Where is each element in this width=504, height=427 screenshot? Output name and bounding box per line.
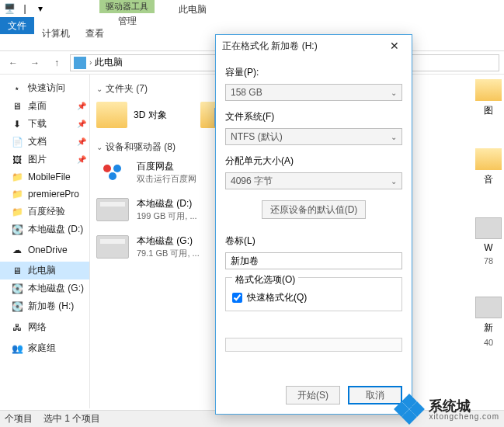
sidebar-item-label: 此电脑 [28, 264, 56, 277]
file-tab[interactable]: 文件 [0, 17, 34, 34]
dialog-footer: 开始(S) 取消 [216, 380, 412, 414]
nav-back-icon[interactable]: ← [5, 54, 22, 71]
sidebar-this-pc[interactable]: 🖥此电脑 [0, 262, 89, 279]
drive-new-partial[interactable]: 新40 [475, 297, 502, 347]
sidebar-item-label: 下载 [28, 117, 47, 130]
volume-label-input[interactable] [225, 252, 402, 269]
label: 图 [484, 104, 493, 117]
folder-icon [475, 148, 502, 170]
download-icon: ⬇ [11, 118, 23, 130]
chevron-down-icon: ⌄ [96, 85, 103, 93]
format-options-group: 格式化选项(O) 快速格式化(Q) [225, 277, 402, 311]
qat-separator: | [19, 2, 31, 15]
tab-manage[interactable]: 管理 [110, 13, 144, 30]
nav-up-icon[interactable]: ↑ [48, 54, 65, 71]
title-bar: 🖥️ | ▾ [0, 0, 504, 17]
folder-icon [96, 102, 127, 128]
capacity-label: 容量(P): [225, 66, 402, 79]
sidebar-item-documents[interactable]: 📄文档📌 [0, 133, 89, 151]
sidebar-item-drive-d[interactable]: 💽本地磁盘 (D:) [0, 220, 89, 238]
sidebar-item-downloads[interactable]: ⬇下载📌 [0, 115, 89, 133]
folder-icon: 📁 [11, 171, 23, 183]
chevron-down-icon: ⌄ [391, 177, 397, 186]
chevron-down-icon: ⌄ [391, 89, 397, 97]
label: 音 [484, 173, 493, 186]
capacity-select[interactable]: 158 GB⌄ [225, 84, 402, 101]
pin-icon: 📌 [77, 120, 86, 128]
sidebar-network[interactable]: 🖧网络 [0, 318, 89, 336]
sidebar-item-label: 桌面 [28, 99, 47, 113]
sidebar-item-baidu-exp[interactable]: 📁百度经验 [0, 203, 89, 220]
chevron-down-icon: ⌄ [391, 133, 397, 141]
svg-point-1 [113, 165, 121, 172]
drive-icon [475, 297, 502, 318]
section-title: 文件夹 (7) [106, 82, 148, 95]
device-label: 百度网盘 [137, 160, 196, 173]
device-sub: 双击运行百度网 [137, 173, 196, 185]
nav-forward-icon[interactable]: → [26, 54, 43, 71]
watermark-logo: 系统城 xitongcheng.com [396, 396, 499, 424]
section-title: 设备和驱动器 (8) [106, 141, 176, 154]
cancel-button[interactable]: 取消 [348, 386, 402, 404]
sidebar-item-drive-h[interactable]: 💽新加卷 (H:) [0, 297, 89, 315]
context-tab-group: 驱动器工具 [99, 0, 155, 13]
close-button[interactable]: ✕ [384, 35, 405, 57]
chevron-right-icon: › [89, 58, 92, 67]
tab-computer[interactable]: 计算机 [34, 27, 78, 40]
sidebar-item-mobilefile[interactable]: 📁MobileFile [0, 168, 89, 186]
pc-icon: 🖥 [11, 265, 23, 277]
nav-sidebar: ⋆ 快速访问 🖥桌面📌 ⬇下载📌 📄文档📌 🖼图片📌 📁MobileFile 📁… [0, 75, 90, 408]
sidebar-item-desktop[interactable]: 🖥桌面📌 [0, 97, 89, 115]
pin-icon: 📌 [77, 155, 86, 164]
status-items: 个项目 [5, 412, 33, 425]
quick-format-checkbox[interactable]: 快速格式化(Q) [232, 291, 395, 304]
pc-icon: 🖥️ [3, 2, 16, 15]
window-title: 此电脑 [179, 3, 207, 16]
sidebar-item-premierepro[interactable]: 📁premierePro [0, 186, 89, 203]
pin-icon: 📌 [77, 137, 86, 146]
status-selection: 选中 1 个项目 [43, 412, 100, 425]
right-strip: 图 音 W78 新40 [473, 75, 504, 408]
sidebar-item-pictures[interactable]: 🖼图片📌 [0, 151, 89, 168]
logo-text: 系统城 [429, 399, 499, 413]
format-progress-bar [225, 338, 402, 352]
qat-dropdown-icon[interactable]: ▾ [34, 2, 47, 15]
drive-icon: 💽 [11, 224, 23, 236]
filesystem-label: 文件系统(F) [225, 110, 402, 123]
sidebar-quick-access[interactable]: ⋆ 快速访问 [0, 79, 89, 97]
logo-url: xitongcheng.com [429, 413, 499, 421]
quick-format-label: 快速格式化(Q) [247, 291, 307, 304]
drive-icon: 💽 [11, 283, 23, 295]
drive-icon [475, 217, 502, 239]
label: 新 [484, 321, 493, 335]
sidebar-onedrive[interactable]: ☁OneDrive [0, 241, 89, 259]
dialog-titlebar: 正在格式化 新加卷 (H:) ✕ [216, 35, 412, 57]
logo-icon [396, 396, 424, 424]
allocation-select[interactable]: 4096 字节⌄ [225, 172, 402, 189]
drive-sub: 199 GB 可用, ... [137, 210, 197, 222]
start-button[interactable]: 开始(S) [286, 386, 340, 404]
drive-windows-partial[interactable]: W78 [475, 217, 502, 266]
sidebar-homegroup[interactable]: 👥家庭组 [0, 339, 89, 357]
folder-3d-objects[interactable]: 3D 对象 [96, 102, 182, 128]
format-dialog: 正在格式化 新加卷 (H:) ✕ 容量(P): 158 GB⌄ 文件系统(F) … [215, 34, 412, 415]
format-options-title: 格式化选项(O) [232, 273, 298, 286]
chevron-down-icon: ⌄ [96, 143, 103, 151]
drive-icon [96, 198, 129, 221]
sidebar-item-label: 新加卷 (H:) [28, 300, 74, 313]
filesystem-select[interactable]: NTFS (默认)⌄ [225, 128, 402, 145]
quick-format-input[interactable] [232, 293, 242, 303]
folder-pictures-partial[interactable]: 图 [475, 79, 502, 117]
drive-sub: 79.1 GB 可用, ... [137, 248, 200, 259]
pc-icon [74, 57, 86, 69]
sidebar-item-label: 本地磁盘 (D:) [28, 223, 83, 236]
homegroup-icon: 👥 [11, 342, 23, 355]
sidebar-item-label: MobileFile [28, 172, 71, 182]
sidebar-item-label: 本地磁盘 (G:) [28, 282, 84, 295]
capacity-value: 158 GB [231, 87, 262, 98]
folder-music-partial[interactable]: 音 [475, 148, 502, 186]
restore-defaults-button[interactable]: 还原设备的默认值(D) [262, 200, 367, 219]
drive-label: 本地磁盘 (D:) [137, 197, 197, 210]
sidebar-item-drive-g[interactable]: 💽本地磁盘 (G:) [0, 279, 89, 297]
breadcrumb-location[interactable]: 此电脑 [95, 56, 123, 69]
